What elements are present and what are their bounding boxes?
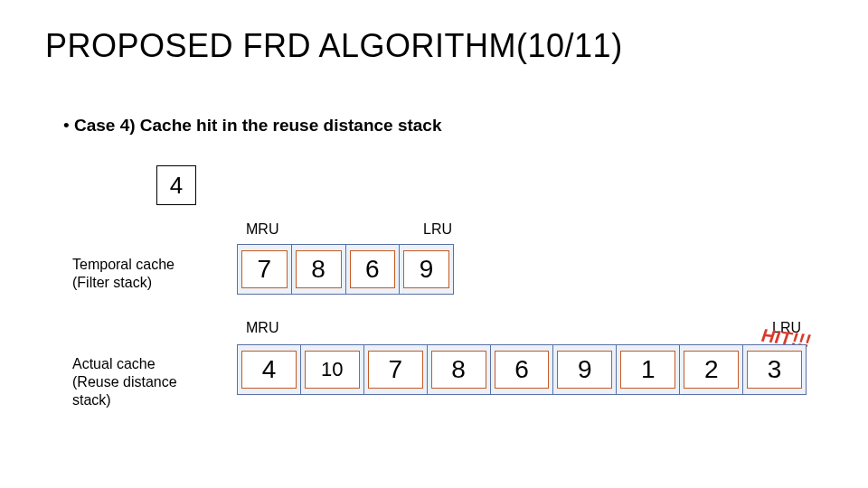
temporal-cache-label: Temporal cache(Filter stack)	[72, 256, 175, 292]
reuse-cell: 6	[491, 345, 553, 394]
slide-title: PROPOSED FRD ALGORITHM(10/11)	[45, 27, 623, 65]
input-value-box: 4	[156, 165, 196, 205]
reuse-cell: 4	[238, 345, 300, 394]
actual-cache-label: Actual cache(Reuse distancestack)	[72, 355, 177, 409]
cell-value: 10	[305, 351, 360, 389]
filter-cell: 8	[292, 245, 345, 294]
cell-value: 1	[620, 351, 675, 389]
filter-cell: 7	[238, 245, 291, 294]
cell-value: 4	[241, 351, 297, 389]
cell-value: 2	[684, 351, 739, 389]
cell-value: 8	[431, 351, 486, 389]
reuse-cell: 7	[364, 345, 427, 394]
reuse-cell: 1	[617, 345, 679, 394]
reuse-stack-row: 4 10 7 8 6 9 1 2 3	[237, 344, 807, 395]
reuse-cell: 9	[553, 345, 616, 394]
cell-value: 7	[241, 250, 288, 288]
cell-value: 6	[495, 351, 550, 389]
input-value: 4	[170, 172, 183, 200]
reuse-cell: 8	[428, 345, 490, 394]
reuse-cell: 10	[301, 345, 363, 394]
filter-lru-label: LRU	[423, 221, 452, 238]
cell-value: 9	[403, 250, 449, 288]
case-bullet: Case 4) Cache hit in the reuse distance …	[63, 116, 442, 136]
filter-stack-row: 7 8 6 9	[237, 244, 454, 295]
filter-mru-label: MRU	[246, 221, 278, 238]
reuse-mru-label: MRU	[246, 320, 278, 336]
cell-value: 3	[747, 351, 802, 389]
cell-value: 7	[368, 351, 423, 389]
cell-value: 9	[557, 351, 612, 389]
filter-cell: 6	[346, 245, 400, 294]
cell-value: 6	[350, 250, 396, 288]
reuse-cell: 2	[680, 345, 742, 394]
cell-value: 8	[296, 250, 342, 288]
reuse-cell: 3	[743, 345, 806, 394]
filter-cell: 9	[400, 245, 453, 294]
